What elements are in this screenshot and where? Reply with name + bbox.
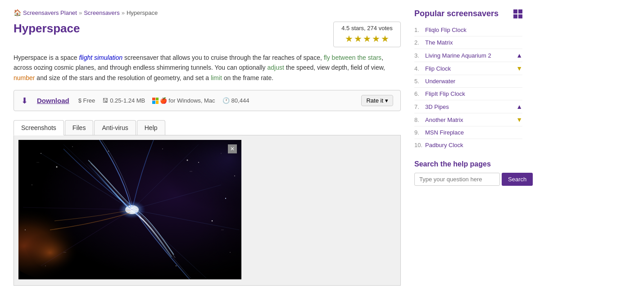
popular-link-5[interactable]: Underwater [425,78,522,85]
breadcrumb-sep-2: » [122,9,125,16]
popular-list: 1. Fliqlo Flip Clock 2. The Matrix 3. Li… [414,24,522,151]
popular-link-1[interactable]: Fliqlo Flip Clock [425,27,522,33]
star-3: ★ [363,33,371,44]
page-wrapper: 🏠 Screensavers Planet » Screensavers » H… [0,0,644,296]
size-icon: 🖫 [102,97,108,104]
list-item: 1. Fliqlo Flip Clock [414,24,522,36]
apple-icon: 🍎 [160,97,167,104]
svg-rect-35 [18,140,241,279]
screenshot-container: ✕ [18,140,241,279]
sidebar: Popular screensavers 1. Fliqlo Flip Cloc… [414,9,522,296]
download-link[interactable]: Download [37,97,69,104]
list-item: 4. Flip Clock ▼ [414,62,522,75]
search-help-form: Search [414,173,522,186]
list-item: 9. MSN Fireplace [414,126,522,139]
expand-down-icon-2[interactable]: ▼ [516,116,522,123]
grid-icon [513,9,522,18]
main-content: 🏠 Screensavers Planet » Screensavers » H… [14,9,401,296]
platform-meta: 🍎 for Windows, Mac [152,97,215,104]
popular-link-6[interactable]: FlipIt Flip Clock [425,90,522,97]
popular-link-4[interactable]: Flip Clock [425,65,516,72]
tab-help[interactable]: Help [137,120,165,135]
tab-files[interactable]: Files [65,120,94,135]
clock-icon: 🕐 [222,97,230,104]
windows-icon [152,98,159,104]
breadcrumb-current: Hyperspace [127,9,158,16]
popular-link-9[interactable]: MSN Fireplace [425,129,522,136]
title-row: Hyperspace 4.5 stars, 274 votes ★ ★ ★ ★ … [14,22,401,47]
popular-link-2[interactable]: The Matrix [425,39,522,46]
download-bar: ⬇ Download $ Free 🖫 0.25-1.24 MB 🍎 f [14,90,401,111]
star-1: ★ [345,33,353,44]
popular-title: Popular screensavers [414,9,522,18]
list-item: 6. FlipIt Flip Clock [414,88,522,100]
tabs: Screenshots Files Anti-virus Help [14,120,401,135]
star-2: ★ [354,33,362,44]
price-meta: $ Free [78,97,95,104]
tab-screenshots[interactable]: Screenshots [14,120,64,135]
rate-arrow-icon: ▾ [385,97,388,104]
popular-link-7[interactable]: 3D Pipes [425,103,516,110]
list-item: 5. Underwater [414,75,522,88]
description: Hyperspace is a space flight simulation … [14,53,401,83]
list-item: 8. Another Matrix ▼ [414,113,522,126]
rating-text: 4.5 stars, 274 votes [340,25,394,31]
stars: ★ ★ ★ ★ ★ [340,33,394,44]
expand-up-icon[interactable]: ▲ [516,52,522,59]
search-button[interactable]: Search [502,173,533,186]
breadcrumb-link-screensavers[interactable]: Screensavers [84,9,119,16]
breadcrumb: 🏠 Screensavers Planet » Screensavers » H… [14,9,401,16]
popular-link-8[interactable]: Another Matrix [425,117,516,123]
popular-link-10[interactable]: Padbury Clock [425,142,522,148]
search-input[interactable] [414,173,500,186]
screenshot-image [18,140,241,279]
tab-antivirus[interactable]: Anti-virus [94,120,136,135]
list-item: 10. Padbury Clock [414,139,522,151]
expand-up-icon-2[interactable]: ▲ [516,103,522,110]
star-5-half: ★ [381,33,389,44]
rating-box: 4.5 stars, 274 votes ★ ★ ★ ★ ★ [333,22,401,47]
breadcrumb-link-planet[interactable]: Screensavers Planet [23,9,77,16]
download-meta: $ Free 🖫 0.25-1.24 MB 🍎 for Windows, Mac [78,97,353,104]
rate-button[interactable]: Rate it ▾ [361,95,393,106]
search-help-title: Search the help pages [414,160,522,168]
star-4: ★ [372,33,380,44]
list-item: 7. 3D Pipes ▲ [414,100,522,113]
clock-meta: 🕐 80,444 [222,97,249,104]
page-title: Hyperspace [14,22,80,36]
popular-link-3[interactable]: Living Marine Aquarium 2 [425,52,516,59]
expand-down-icon[interactable]: ▼ [516,65,522,72]
home-icon: 🏠 [14,9,21,16]
screenshot-area: ✕ [14,135,401,286]
breadcrumb-sep-1: » [79,9,82,16]
close-button[interactable]: ✕ [228,144,237,153]
list-item: 2. The Matrix [414,36,522,49]
download-icon: ⬇ [21,96,28,106]
size-meta: 🖫 0.25-1.24 MB [102,97,145,104]
list-item: 3. Living Marine Aquarium 2 ▲ [414,49,522,62]
